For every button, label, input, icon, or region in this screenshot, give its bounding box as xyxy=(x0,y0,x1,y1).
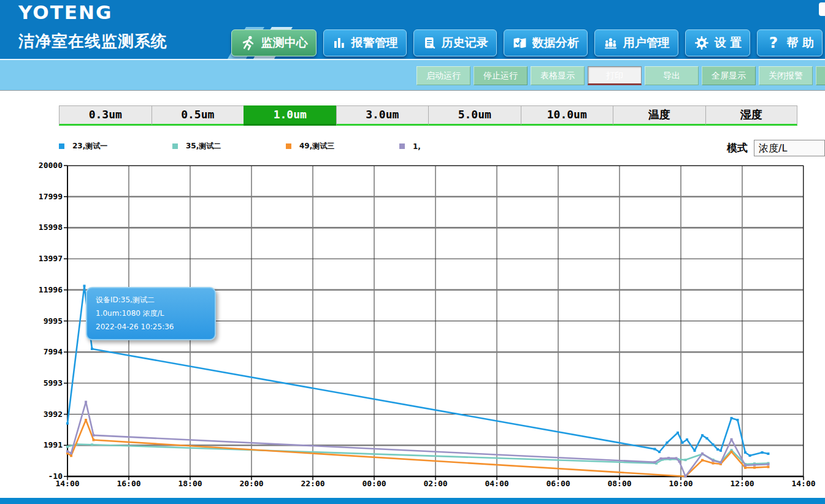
legend-swatch xyxy=(172,143,178,149)
nav-label: 历史记录 xyxy=(442,35,488,51)
nav-settings-button[interactable]: 设 置 xyxy=(685,29,751,56)
tab-温度[interactable]: 温度 xyxy=(613,105,705,126)
x-axis-label: 18:00 xyxy=(167,479,213,488)
nav-label: 帮 助 xyxy=(786,35,814,51)
x-axis-label: 10:00 xyxy=(658,479,704,488)
x-axis-label: 00:00 xyxy=(351,479,397,488)
app-subtitle: 洁净室在线监测系统 xyxy=(18,31,167,52)
tab-1-0um[interactable]: 1.0um xyxy=(244,105,336,126)
start-run-button[interactable]: 启动运行 xyxy=(416,66,470,85)
nav-help-button[interactable]: ?帮 助 xyxy=(757,29,823,56)
y-axis-label: 9995 xyxy=(7,316,63,326)
bar-chart-icon xyxy=(332,36,347,50)
users-icon xyxy=(603,36,618,51)
y-axis-label: 17999 xyxy=(7,192,63,201)
header: YOTENG 洁净室在线监测系统 监测中心报警管理历史记录数据分析用户管理设 置… xyxy=(0,0,825,59)
legend-label: 49,测试三 xyxy=(299,141,334,151)
x-axis-label: 14:00 xyxy=(45,479,90,488)
legend-item[interactable]: 23,测试一 xyxy=(59,141,172,151)
mode-label: 模式 xyxy=(727,141,748,155)
tooltip-device-line: 设备ID:35,测试二 xyxy=(96,293,206,307)
chart-legend: 23,测试一35,测试二49,测试三1, xyxy=(59,141,513,151)
legend-item[interactable]: 35,测试二 xyxy=(172,141,286,151)
legend-label: 23,测试一 xyxy=(72,141,107,151)
window-corner-chip xyxy=(819,2,825,16)
tab-0-5um[interactable]: 0.5um xyxy=(152,105,244,126)
tooltip-time-line: 2022-04-26 10:25:36 xyxy=(96,320,206,334)
y-axis-label: 13997 xyxy=(7,254,63,263)
tab-3-0um[interactable]: 3.0um xyxy=(336,105,429,126)
nav-label: 数据分析 xyxy=(532,35,579,51)
toolbar: 启动运行停止运行表格显示打印导出全屏显示关闭报警 xyxy=(0,59,825,91)
nav-label: 用户管理 xyxy=(623,35,670,51)
print-button[interactable]: 打印 xyxy=(588,66,642,85)
bottom-bar xyxy=(0,498,825,504)
y-axis-label: 5993 xyxy=(7,378,63,388)
legend-item[interactable]: 1, xyxy=(399,141,513,151)
y-axis-label: 15998 xyxy=(7,223,63,232)
main-nav: 监测中心报警管理历史记录数据分析用户管理设 置?帮 助 xyxy=(231,29,823,56)
x-axis-label: 08:00 xyxy=(597,479,642,488)
mode-select[interactable]: 浓度/L xyxy=(754,140,825,156)
legend-label: 35,测试二 xyxy=(186,141,221,151)
legend-item[interactable]: 49,测试三 xyxy=(286,141,399,151)
x-axis-label: 06:00 xyxy=(535,479,581,488)
tooltip-value-line: 1.0um:1080 浓度/L xyxy=(96,307,206,320)
fullscreen-button[interactable]: 全屏显示 xyxy=(702,66,756,85)
legend-label: 1, xyxy=(413,142,421,151)
edge-button-button[interactable] xyxy=(816,66,825,85)
x-axis-label: 20:00 xyxy=(229,479,274,488)
app-logo: YOTENG xyxy=(18,1,112,23)
nav-label: 设 置 xyxy=(715,35,742,51)
x-axis-label: 12:00 xyxy=(719,479,765,488)
book-chart-icon xyxy=(512,36,528,51)
tab-0-3um[interactable]: 0.3um xyxy=(59,105,152,126)
legend-swatch xyxy=(286,143,291,149)
svg-text:?: ? xyxy=(769,35,778,51)
document-icon xyxy=(422,36,437,50)
export-button[interactable]: 导出 xyxy=(645,66,699,85)
x-axis-label: 02:00 xyxy=(413,479,458,488)
y-axis-label: 1991 xyxy=(7,440,63,449)
stop-run-button[interactable]: 停止运行 xyxy=(474,66,528,85)
nav-alarm-management-button[interactable]: 报警管理 xyxy=(323,29,407,56)
runner-icon xyxy=(240,35,256,52)
tab-10-0um[interactable]: 10.0um xyxy=(521,105,613,126)
y-axis-label: 3992 xyxy=(7,410,63,419)
y-axis-label: 20000 xyxy=(7,161,63,170)
question-icon: ? xyxy=(766,35,781,51)
table-view-button[interactable]: 表格显示 xyxy=(531,66,585,85)
x-axis-label: 14:00 xyxy=(781,479,825,488)
nav-user-management-button[interactable]: 用户管理 xyxy=(594,29,678,56)
nav-label: 监测中心 xyxy=(261,35,308,51)
legend-swatch xyxy=(399,143,405,149)
gear-icon xyxy=(694,35,710,51)
legend-swatch xyxy=(59,143,64,149)
nav-data-analysis-button[interactable]: 数据分析 xyxy=(504,29,588,56)
x-axis-label: 16:00 xyxy=(106,479,152,488)
nav-monitor-center-button[interactable]: 监测中心 xyxy=(231,29,317,56)
content-area: 0.3um0.5um1.0um3.0um5.0um10.0um温度湿度 23,测… xyxy=(0,91,825,498)
y-axis-label: 11996 xyxy=(7,285,63,294)
chart-tooltip: 设备ID:35,测试二 1.0um:1080 浓度/L 2022-04-26 1… xyxy=(86,287,216,340)
tab-湿度[interactable]: 湿度 xyxy=(705,105,798,126)
close-alarm-button[interactable]: 关闭报警 xyxy=(759,66,813,85)
nav-label: 报警管理 xyxy=(351,35,398,51)
mode-control: 模式 浓度/L xyxy=(727,140,825,156)
nav-history-records-button[interactable]: 历史记录 xyxy=(413,29,497,56)
x-axis-label: 22:00 xyxy=(290,479,336,488)
app-window: YOTENG 洁净室在线监测系统 监测中心报警管理历史记录数据分析用户管理设 置… xyxy=(0,0,825,504)
channel-tabs: 0.3um0.5um1.0um3.0um5.0um10.0um温度湿度 xyxy=(59,105,797,126)
tab-5-0um[interactable]: 5.0um xyxy=(428,105,521,126)
x-axis-label: 04:00 xyxy=(474,479,520,488)
y-axis-label: 7994 xyxy=(7,347,63,356)
